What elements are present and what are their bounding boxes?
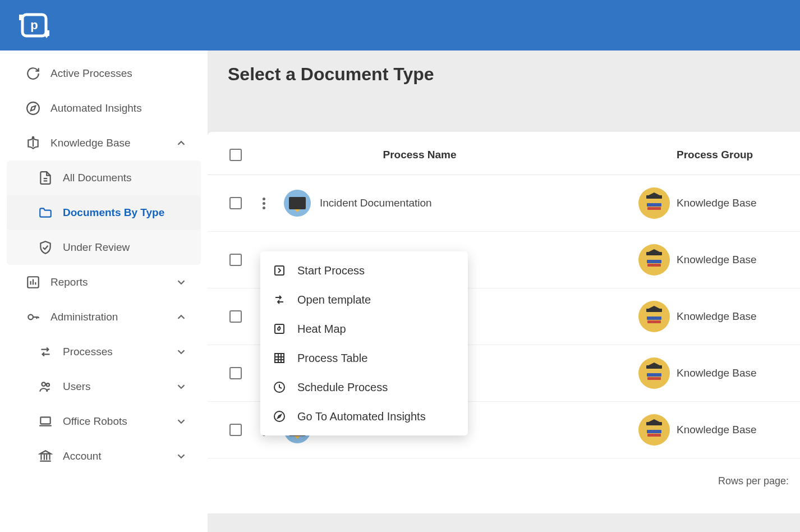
process-group: Knowledge Base	[677, 310, 789, 323]
page-title: Select a Document Type	[208, 51, 800, 98]
sidebar-item-account[interactable]: Account	[7, 439, 201, 474]
sidebar-item-label: Account	[63, 450, 102, 462]
open-template-icon	[273, 293, 286, 306]
row-checkbox[interactable]	[229, 310, 242, 323]
svg-text:p: p	[30, 18, 38, 32]
svg-marker-2	[45, 36, 48, 38]
svg-point-13	[28, 315, 33, 320]
clock-icon	[273, 380, 286, 394]
sidebar-item-administration[interactable]: Administration	[7, 300, 201, 334]
laptop-icon	[38, 414, 53, 429]
chevron-down-icon	[175, 380, 187, 393]
sidebar-item-label: Active Processes	[50, 67, 132, 80]
menu-item-go-to-automated-insights[interactable]: Go To Automated Insights	[260, 402, 468, 431]
chevron-down-icon	[175, 276, 187, 288]
library-icon	[26, 136, 40, 150]
sidebar: Active Processes Automated Insights Know…	[0, 51, 208, 532]
menu-item-label: Go To Automated Insights	[297, 410, 426, 423]
chevron-up-icon	[175, 137, 187, 149]
menu-item-start-process[interactable]: Start Process	[260, 256, 468, 285]
sidebar-item-label: Under Review	[63, 241, 130, 254]
menu-item-heat-map[interactable]: Heat Map	[260, 314, 468, 343]
sidebar-item-label: Knowledge Base	[50, 137, 131, 149]
column-header-process-name[interactable]: Process Name	[320, 149, 632, 161]
sidebar-item-under-review[interactable]: Under Review	[7, 230, 201, 265]
svg-rect-33	[275, 354, 284, 363]
svg-point-20	[47, 383, 49, 386]
row-checkbox[interactable]	[229, 424, 242, 436]
sidebar-item-label: All Documents	[63, 172, 132, 184]
sidebar-item-all-documents[interactable]: All Documents	[7, 160, 201, 195]
heatmap-icon	[273, 322, 286, 336]
chevron-down-icon	[175, 450, 187, 462]
process-group: Knowledge Base	[677, 424, 789, 436]
table-row[interactable]: Incident Documentation Knowledge Base	[208, 175, 800, 232]
sidebar-item-label: Users	[63, 380, 91, 393]
row-checkbox[interactable]	[229, 197, 242, 209]
main-content: Select a Document Type Process Name Proc…	[208, 51, 800, 532]
table-icon	[273, 351, 286, 365]
group-avatar	[638, 414, 670, 446]
sidebar-item-processes[interactable]: Processes	[7, 334, 201, 369]
compass-icon	[26, 101, 40, 116]
start-icon	[273, 264, 286, 277]
sidebar-item-label: Administration	[50, 311, 118, 323]
menu-item-process-table[interactable]: Process Table	[260, 343, 468, 373]
app-logo[interactable]: p	[17, 11, 52, 39]
select-all-checkbox[interactable]	[229, 149, 242, 161]
chevron-down-icon	[175, 415, 187, 428]
sidebar-subgroup-knowledge-base: All Documents Documents By Type Under Re…	[7, 160, 201, 265]
sidebar-item-documents-by-type[interactable]: Documents By Type	[7, 195, 201, 230]
key-icon	[26, 310, 40, 324]
app-header: p	[0, 0, 800, 51]
svg-marker-5	[31, 106, 36, 111]
menu-item-open-template[interactable]: Open template	[260, 285, 468, 314]
sidebar-item-users[interactable]: Users	[7, 369, 201, 404]
sidebar-item-label: Automated Insights	[50, 102, 142, 114]
svg-rect-32	[275, 324, 284, 333]
users-icon	[38, 379, 53, 394]
group-avatar	[638, 301, 670, 332]
menu-item-label: Process Table	[297, 352, 367, 365]
sidebar-item-office-robots[interactable]: Office Robots	[7, 404, 201, 439]
chart-icon	[26, 275, 40, 290]
sidebar-item-active-processes[interactable]: Active Processes	[7, 56, 201, 91]
svg-rect-21	[40, 417, 50, 424]
group-avatar	[638, 244, 670, 276]
menu-item-schedule-process[interactable]: Schedule Process	[260, 373, 468, 402]
row-context-menu: Start Process Open template Heat Map Pro…	[260, 251, 468, 435]
menu-item-label: Schedule Process	[297, 381, 388, 394]
process-group: Knowledge Base	[677, 254, 789, 266]
svg-point-19	[42, 382, 46, 386]
column-header-process-group[interactable]: Process Group	[677, 149, 789, 161]
svg-marker-40	[278, 415, 281, 418]
refresh-icon	[26, 66, 40, 81]
table-footer-rows-per-page: Rows per page:	[208, 458, 800, 493]
sidebar-item-automated-insights[interactable]: Automated Insights	[7, 91, 201, 126]
process-name: Incident Documentation	[320, 197, 632, 209]
row-checkbox[interactable]	[229, 254, 242, 266]
svg-marker-23	[40, 451, 51, 453]
svg-point-39	[274, 411, 284, 421]
row-checkbox[interactable]	[229, 367, 242, 379]
row-actions-menu-button[interactable]	[263, 198, 265, 209]
content-card: Process Name Process Group Incident Docu…	[208, 132, 800, 513]
chevron-up-icon	[175, 311, 187, 323]
sidebar-item-reports[interactable]: Reports	[7, 265, 201, 300]
group-avatar	[638, 357, 670, 389]
menu-item-label: Open template	[297, 293, 371, 306]
menu-item-label: Start Process	[297, 264, 365, 277]
process-group: Knowledge Base	[677, 197, 789, 209]
sidebar-item-label: Processes	[63, 346, 113, 358]
shield-check-icon	[38, 240, 53, 255]
sidebar-item-knowledge-base[interactable]: Knowledge Base	[7, 126, 201, 160]
process-group: Knowledge Base	[677, 367, 789, 379]
compass-icon	[273, 410, 286, 423]
svg-rect-29	[275, 266, 284, 275]
bank-icon	[38, 449, 53, 464]
group-avatar	[638, 187, 670, 219]
chevron-down-icon	[175, 346, 187, 358]
process-avatar	[284, 190, 311, 217]
svg-point-4	[27, 102, 39, 114]
sidebar-item-label: Office Robots	[63, 415, 127, 428]
